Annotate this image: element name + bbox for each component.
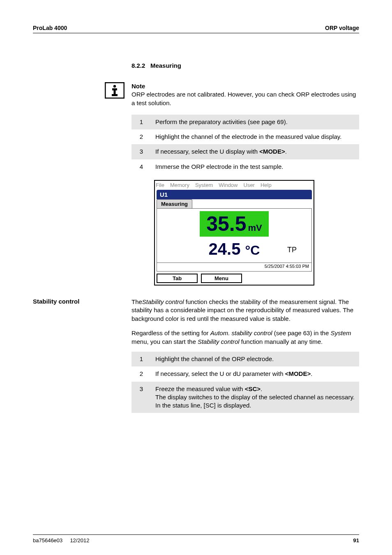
channel-title: U1 [157, 190, 312, 199]
stability-paragraph-1: TheStability control function checks the… [131, 298, 359, 323]
note-block: Note ORP electrodes are not calibrated. … [131, 82, 359, 107]
step-number: 2 [131, 366, 151, 381]
menubar: File Memory System Window User Help [155, 181, 314, 189]
tab-button[interactable]: Tab [157, 274, 198, 283]
side-heading-stability: Stability control [33, 298, 79, 305]
section-heading: 8.2.2 Measuring [131, 62, 359, 69]
temp-unit: °C [245, 243, 260, 258]
step-text: Highlight the channel of the ORP electro… [151, 352, 359, 366]
step-number: 1 [131, 115, 151, 129]
device-screenshot: File Memory System Window User Help U1 M… [154, 180, 314, 286]
footer-docnum: ba75646e03 [33, 537, 62, 543]
menu-system[interactable]: System [195, 182, 213, 188]
info-icon [105, 82, 125, 99]
tp-label: TP [287, 246, 297, 254]
tab-measuring[interactable]: Measuring [157, 199, 192, 208]
section-title: Measuring [150, 62, 181, 69]
menu-window[interactable]: Window [219, 182, 238, 188]
footer-date: 12/2012 [70, 537, 89, 543]
step-text: Immerse the ORP electrode in the test sa… [151, 159, 359, 174]
main-reading: 35.5mV [200, 211, 269, 237]
note-label: Note [131, 82, 359, 90]
steps-table-1: 1 Perform the preparatory activities (se… [131, 115, 359, 174]
step-text: If necessary, select the U or dU paramet… [151, 366, 359, 381]
step-number: 2 [131, 129, 151, 144]
step-text: Freeze the measured value with <SC>. The… [151, 382, 359, 413]
svg-rect-3 [114, 88, 116, 95]
main-unit: mV [248, 223, 262, 233]
svg-point-1 [113, 85, 116, 88]
menu-memory[interactable]: Memory [170, 182, 189, 188]
step-number: 4 [131, 159, 151, 174]
temperature-reading: 24.5 °C TP [157, 238, 311, 263]
main-value: 35.5 [206, 212, 246, 236]
svg-rect-4 [112, 94, 118, 96]
steps-table-2: 1 Highlight the channel of the ORP elect… [131, 352, 359, 413]
menu-user[interactable]: User [244, 182, 255, 188]
footer-page-number: 91 [353, 537, 359, 543]
reading-panel: 35.5mV 24.5 °C TP 5/25/2007 4:55:03 PM [157, 208, 312, 272]
step-number: 1 [131, 352, 151, 366]
page-footer: ba75646e03 12/2012 91 [33, 534, 359, 543]
menu-button[interactable]: Menu [201, 274, 242, 283]
header-right: ORP voltage [325, 25, 359, 31]
step-text: Perform the preparatory activities (see … [151, 115, 359, 129]
status-timestamp: 5/25/2007 4:55:03 PM [157, 263, 311, 269]
menu-file[interactable]: File [156, 182, 164, 188]
step-number: 3 [131, 144, 151, 159]
section-number: 8.2.2 [131, 62, 145, 69]
stability-paragraph-2: Regardless of the setting for Autom. sta… [131, 329, 359, 346]
step-text: If necessary, select the U display with … [151, 144, 359, 159]
step-number: 3 [131, 382, 151, 413]
menu-help[interactable]: Help [261, 182, 272, 188]
temp-value: 24.5 [209, 240, 241, 258]
header-left: ProLab 4000 [33, 25, 67, 31]
note-body: ORP electrodes are not calibrated. Howev… [131, 91, 356, 106]
step-text: Highlight the channel of the electrode i… [151, 129, 359, 144]
